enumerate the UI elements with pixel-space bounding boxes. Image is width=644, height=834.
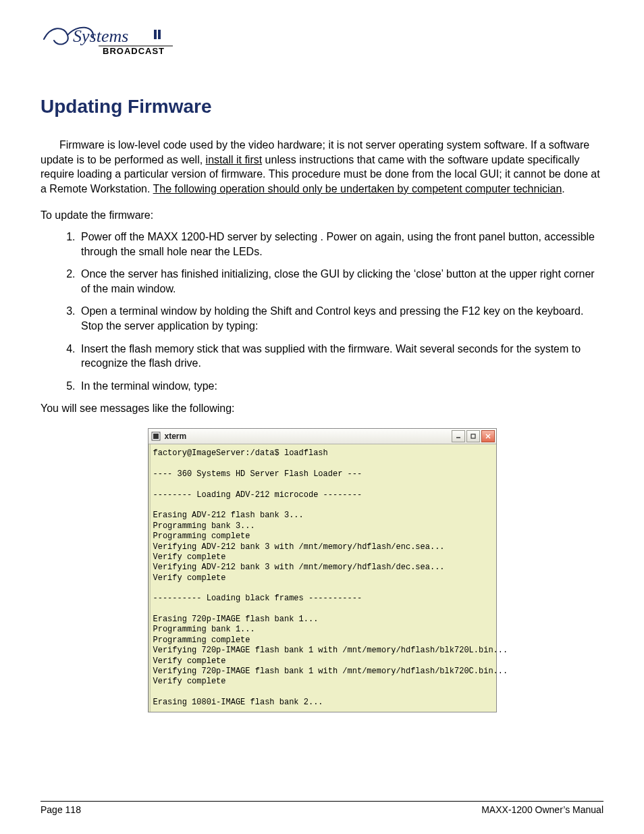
svg-text:BROADCAST: BROADCAST [103,46,165,56]
intro-text-post: . [562,183,564,194]
brand-logo: Systems BROADCAST [41,20,603,62]
list-item: Power off the MAXX 1200-HD server by sel… [78,230,603,259]
footer-page-number: Page 118 [41,804,81,815]
maximize-button[interactable] [466,430,480,442]
svg-rect-1 [154,30,157,39]
steps-list: Power off the MAXX 1200-HD server by sel… [41,230,603,393]
svg-rect-6 [153,434,159,439]
after-text: You will see messages like the following… [41,402,603,415]
list-item: Once the server has finished initializin… [78,267,603,296]
intro-paragraph: Firmware is low-level code used by the v… [41,138,603,196]
svg-rect-2 [158,30,161,39]
svg-rect-8 [471,434,475,438]
intro-underline-1: install it first [206,154,263,165]
list-item: In the terminal window, type: [78,379,603,394]
list-item: Open a terminal window by holding the Sh… [78,304,603,333]
terminal-icon [151,432,161,441]
page-footer: Page 118 MAXX-1200 Owner’s Manual [41,801,603,815]
terminal-window: xterm factory@ImageServer:/data$ loadfla… [148,428,497,712]
terminal-body[interactable]: factory@ImageServer:/data$ loadflash ---… [149,444,496,712]
page-title: Updating Firmware [41,96,603,118]
close-button[interactable] [481,430,495,442]
terminal-title: xterm [165,432,448,441]
minimize-button[interactable] [452,430,465,442]
lead-text: To update the firmware: [41,208,603,223]
footer-manual-title: MAXX-1200 Owner’s Manual [481,804,603,815]
intro-underline-2: The following operation should only be u… [153,183,562,194]
svg-text:Systems: Systems [73,26,128,46]
list-item: Insert the flash memory stick that was s… [78,342,603,371]
terminal-titlebar[interactable]: xterm [149,429,496,444]
terminal-output: factory@ImageServer:/data$ loadflash ---… [153,448,493,708]
